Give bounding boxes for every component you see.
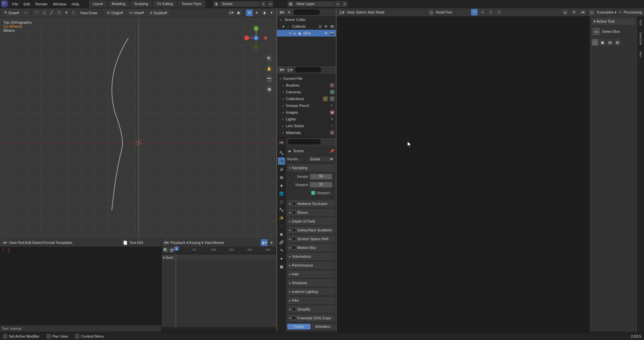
viewlayer-delete-icon[interactable]: × xyxy=(342,1,348,7)
tab-scene-icon[interactable]: ◈ xyxy=(278,182,285,189)
nodetree-name[interactable]: NodeTree xyxy=(436,10,470,14)
perspective-icon[interactable]: ▦ xyxy=(266,85,273,93)
te-menu-text[interactable]: Text xyxy=(18,241,24,245)
outliner-scene-collection[interactable]: ▪ Scene Coller xyxy=(277,16,336,23)
outliner-collection[interactable]: ▾ ▫ Collectic ☑ 👁 📷 xyxy=(277,23,336,30)
summary-row[interactable]: ▾ Sum xyxy=(162,254,276,261)
checkbox-icon[interactable]: ☑ xyxy=(318,24,322,29)
data-browser-filter-icon[interactable]: ◎▾ xyxy=(287,66,293,73)
timeline-ruler[interactable]: 🔍 ⇄ 1 50 100 150 200 250 xyxy=(162,247,276,254)
camera-icon[interactable]: 📷 xyxy=(266,75,273,83)
fake-user-icon[interactable]: ⚬ xyxy=(495,9,502,16)
panel-film[interactable]: ▸Film xyxy=(287,297,335,304)
db-row-images[interactable]: ▸Images▣ xyxy=(278,109,335,116)
view3d-menu-view[interactable]: View xyxy=(80,11,88,15)
node-menu-select[interactable]: Select xyxy=(356,10,367,14)
data-browser-search[interactable] xyxy=(295,67,322,73)
poly-tool-icon[interactable]: ▽ xyxy=(56,9,63,16)
nodetree-icon[interactable]: ◫ xyxy=(428,9,435,16)
blender-logo-icon[interactable] xyxy=(1,1,8,7)
sidebar-header[interactable]: ▾ Active Tool xyxy=(592,18,635,25)
dopesheet-body[interactable]: ▾ Sum xyxy=(162,254,276,327)
tab-viewlayer-icon[interactable]: ▤ xyxy=(278,174,285,181)
db-row-collections[interactable]: ▸Collections▫▫ xyxy=(278,95,335,102)
ds-menu-view[interactable]: View xyxy=(204,241,212,245)
view3d-menu-draw[interactable]: Draw xyxy=(89,11,97,15)
gizmo-xn-icon[interactable]: X xyxy=(263,36,268,40)
rtab-item[interactable]: Item xyxy=(639,51,642,58)
db-row-materials[interactable]: ▸Materials● xyxy=(278,129,335,136)
panel-screen-space-refl[interactable]: ▸Screen Space Refl xyxy=(287,235,335,243)
text-editor-type-icon[interactable]: ≡▾ xyxy=(1,239,8,246)
node-menu-add[interactable]: Add xyxy=(368,10,374,14)
menu-window[interactable]: Window xyxy=(50,0,69,8)
mode-selector[interactable]: ✎ Draw ▾ xyxy=(1,9,22,16)
tab-constraint-icon[interactable]: 🔗 xyxy=(278,239,285,246)
ds-menu-keying[interactable]: Keying ▾ xyxy=(189,241,204,245)
db-row-lights[interactable]: ▸Lights☀ xyxy=(278,116,335,122)
properties-type-icon[interactable]: ≡▾ xyxy=(278,139,285,146)
text-datablock-name[interactable]: Text.001 xyxy=(129,241,160,245)
data-browser-type-icon[interactable]: ≣▾ xyxy=(278,66,285,73)
scene-delete-icon[interactable]: × xyxy=(267,1,273,7)
overlay-icon[interactable]: ◑ xyxy=(261,9,268,16)
guides-selector[interactable]: # Guides ▾ xyxy=(147,9,170,16)
tab-texture-paint[interactable]: Texture Paint xyxy=(178,0,205,8)
tab-sculpting[interactable]: Sculpting xyxy=(130,0,152,8)
ds-extra-icon[interactable]: ▾ xyxy=(268,239,275,246)
tab-material-icon[interactable]: ● xyxy=(278,255,285,262)
panel-shadows[interactable]: ▸Shadows xyxy=(287,279,335,287)
tab-render-icon[interactable]: 📺 xyxy=(278,157,285,165)
playhead-line[interactable] xyxy=(176,254,176,327)
panel-hair[interactable]: ▸Hair xyxy=(287,270,335,278)
panel-freestyle-svg-expo[interactable]: ▾Freestyle SVG Expo xyxy=(287,314,335,322)
view-selector[interactable]: ▭ View ▾ xyxy=(126,9,147,16)
gizmo-y-icon[interactable] xyxy=(254,26,258,31)
checkbox-icon[interactable] xyxy=(292,246,296,250)
text-datablock-icon[interactable]: 📄 xyxy=(122,239,129,246)
rtab-sverchok[interactable]: Sverchok xyxy=(639,32,642,45)
scene-icon[interactable]: ◈ xyxy=(213,1,219,7)
tab-layout[interactable]: Layout xyxy=(89,0,107,8)
arc-tool-icon[interactable]: ◠ xyxy=(33,9,40,16)
db-row-brushes[interactable]: ▸Brushes✎ xyxy=(278,82,335,89)
panel-indirect-lighting[interactable]: ▸Indirect Lighting xyxy=(287,288,335,295)
tab-uv-editing[interactable]: UV Editing xyxy=(153,0,177,8)
snow-tool-icon[interactable]: ✳ xyxy=(63,9,70,16)
ruler-sync-icon[interactable]: ⇄ xyxy=(169,247,174,253)
checkbox-icon[interactable] xyxy=(292,210,296,214)
node-canvas[interactable]: › xyxy=(337,16,589,332)
gizmo-toggle-icon[interactable]: ⊕ xyxy=(246,9,253,16)
panel-performance[interactable]: ▸Performance xyxy=(287,262,335,269)
checkbox-icon[interactable] xyxy=(292,228,296,232)
line-tool-icon[interactable]: ╱ xyxy=(48,9,55,16)
select-set-icon[interactable]: ▢ xyxy=(592,39,598,46)
tab-particles-icon[interactable]: ⁖ xyxy=(278,222,285,230)
render-samples-field[interactable]: 64 xyxy=(309,174,332,180)
status-icon-4[interactable]: ◫ xyxy=(588,9,595,16)
panel-subsurface-scatterin[interactable]: ▸Subsurface Scatterin xyxy=(287,226,335,234)
tab-physics-icon[interactable]: ◉ xyxy=(278,230,285,238)
outliner-search[interactable] xyxy=(293,9,320,15)
tab-active-tool-icon[interactable]: 🔧 xyxy=(278,149,285,157)
tab-modeling[interactable]: Modeling xyxy=(108,0,130,8)
te-menu-view[interactable]: View xyxy=(9,241,17,245)
zoom-icon[interactable]: 🔍 xyxy=(266,55,273,62)
tab-world-icon[interactable]: 🌐 xyxy=(278,190,285,197)
checkbox-icon[interactable] xyxy=(292,307,296,311)
panel-volumetrics[interactable]: ▸Volumetrics xyxy=(287,253,335,260)
gizmo-options-icon[interactable]: ▾ xyxy=(253,9,260,16)
select-intersect-icon[interactable]: ▥ xyxy=(614,39,621,46)
scene-name-input[interactable]: Scene xyxy=(220,1,260,7)
tab-object-icon[interactable]: ▢ xyxy=(278,198,285,205)
navigation-gizmo[interactable]: X Z xyxy=(243,24,270,51)
nodetree-unlink-icon[interactable]: × xyxy=(487,9,494,16)
select-extend-icon[interactable]: ▣ xyxy=(599,39,606,46)
pan-icon[interactable]: ✋ xyxy=(266,65,273,72)
sampling-header[interactable]: ▾ Sampling xyxy=(287,164,335,172)
panel-depth-of-field[interactable]: ▸Depth of Field xyxy=(287,218,335,225)
node-menu-node[interactable]: Node xyxy=(376,10,385,14)
tab-fx-icon[interactable]: ✨ xyxy=(278,214,285,222)
camera-visibility-icon[interactable]: 📷 xyxy=(330,24,335,29)
panel-ambient-occlusior[interactable]: ▸Ambient Occlusior xyxy=(287,200,335,207)
